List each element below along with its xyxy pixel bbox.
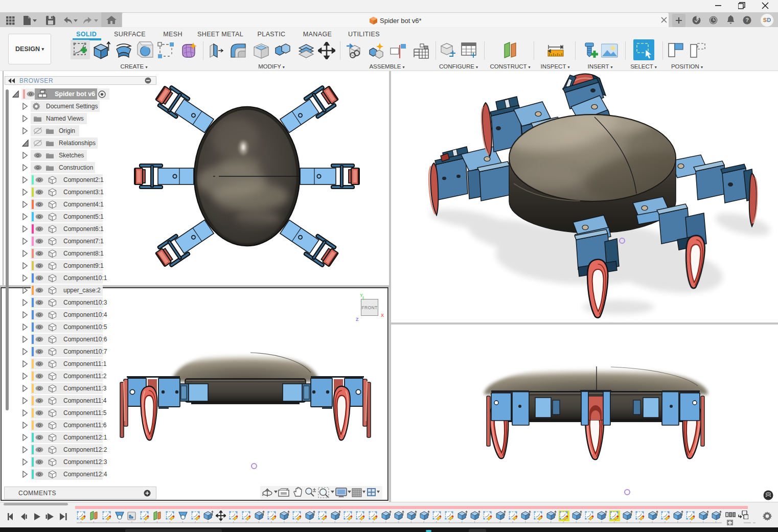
svg-text:?: ? bbox=[745, 17, 749, 23]
